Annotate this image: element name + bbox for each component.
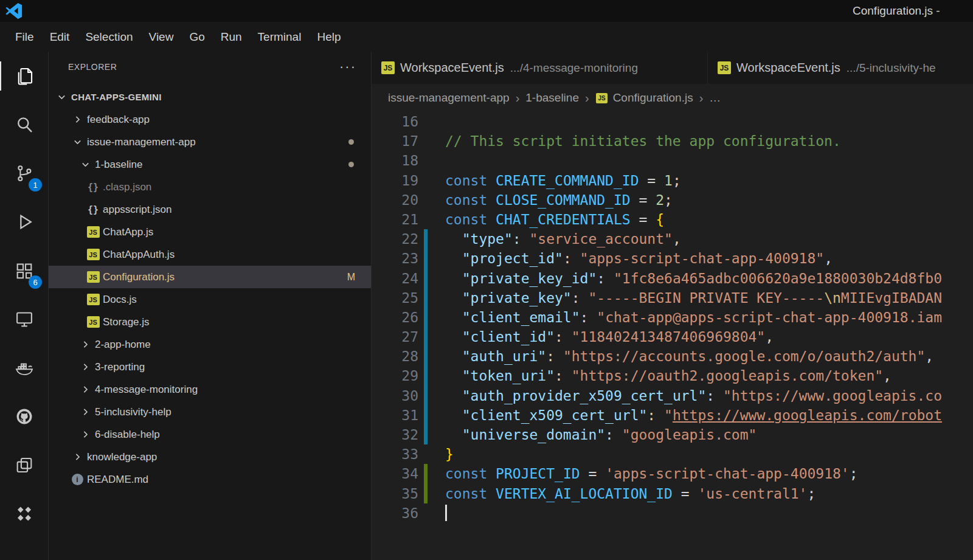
code-token: :	[647, 407, 664, 423]
line-number: 22	[372, 229, 418, 249]
gutter-modified	[424, 425, 428, 444]
text-cursor	[445, 505, 447, 521]
run-debug-icon[interactable]	[0, 198, 48, 246]
code-token: :	[555, 368, 572, 384]
tree-item-label: 4-message-monitoring	[95, 384, 198, 396]
code-token: =	[673, 486, 698, 502]
tree-item-label: README.md	[87, 474, 148, 486]
tree-item-chat-apps-gemini[interactable]: CHAT-APPS-GEMINI	[49, 86, 371, 108]
gutter-modified	[424, 249, 428, 268]
gutter-modified	[424, 327, 428, 347]
search-icon[interactable]	[0, 100, 48, 149]
code-token: ,	[883, 368, 892, 384]
code-token: "private_key_id"	[462, 271, 597, 286]
tree-item-1-baseline[interactable]: 1-baseline	[49, 153, 371, 176]
js-icon: JS	[86, 226, 100, 239]
tree-item-chatapp-js[interactable]: JSChatApp.js	[49, 221, 371, 243]
explorer-icon[interactable]	[0, 52, 48, 100]
gutter-modified	[424, 386, 428, 406]
code-token: 1	[664, 173, 673, 188]
code-line: 24 "private_key_id": "1fc8e6a465adbc0066…	[372, 269, 973, 288]
menu-item-help[interactable]: Help	[309, 30, 348, 44]
menu-item-view[interactable]: View	[141, 30, 182, 44]
menu-item-terminal[interactable]: Terminal	[250, 30, 310, 44]
code-token: :	[513, 231, 530, 247]
source-control-icon[interactable]: 1	[0, 149, 48, 198]
github-icon[interactable]	[0, 392, 48, 441]
extensions-icon[interactable]: 6	[0, 246, 48, 295]
tree-item-knowledge-app[interactable]: knowledge-app	[49, 446, 371, 468]
code-token: MIIEvgIBADAN	[841, 290, 942, 306]
breadcrumb-separator-icon: ›	[516, 91, 520, 105]
tree-item-configuration-js[interactable]: JSConfiguration.jsM	[49, 266, 371, 288]
code-token: :	[580, 309, 597, 325]
line-number: 25	[372, 288, 418, 308]
code-token: "private_key"	[462, 290, 572, 306]
code-line: 16	[372, 112, 973, 131]
activity-bar: 16	[0, 52, 49, 560]
breadcrumb-item-1-baseline[interactable]: 1-baseline	[525, 91, 579, 105]
line-number: 17	[372, 131, 418, 151]
more-actions-icon[interactable]: ···	[339, 64, 356, 70]
breadcrumb-separator-icon: ›	[699, 91, 704, 105]
tree-item-5-inclusivity-help[interactable]: 5-inclusivity-help	[49, 401, 371, 423]
windows-icon[interactable]	[0, 441, 48, 489]
tree-item-feedback-app[interactable]: feedback-app	[49, 108, 371, 131]
tree-item-2-app-home[interactable]: 2-app-home	[49, 333, 371, 356]
tree-item-readme-md[interactable]: iREADME.md	[49, 468, 371, 491]
badge: 6	[29, 275, 42, 289]
code-token: :	[597, 271, 614, 286]
line-number: 16	[372, 112, 418, 131]
tree-item-storage-js[interactable]: JSStorage.js	[49, 311, 371, 333]
js-icon: JS	[718, 61, 731, 75]
diamonds-icon[interactable]	[0, 489, 48, 538]
tab-workspaceevent-js-1[interactable]: JSWorkspaceEvent.js.../4-message-monitor…	[372, 52, 708, 84]
tab-title: WorkspaceEvent.js	[736, 61, 840, 75]
gutter	[424, 151, 428, 170]
code-line: 19const CREATE_COMMAND_ID = 1;	[372, 171, 973, 190]
code-token: ;	[664, 192, 673, 208]
code-text: const CLOSE_COMMAND_ID = 2;	[445, 190, 673, 210]
tree-item-chatappauth-js[interactable]: JSChatAppAuth.js	[49, 243, 371, 266]
menu-item-edit[interactable]: Edit	[42, 30, 78, 44]
docker-icon[interactable]	[0, 344, 48, 392]
tab-workspaceevent-js-2[interactable]: JSWorkspaceEvent.js.../5-inclusivity-he	[708, 52, 973, 84]
chevron-down-icon	[55, 91, 68, 104]
json-icon: {}	[86, 181, 100, 194]
code-token	[445, 388, 462, 404]
explorer-header: EXPLORER ···	[49, 52, 371, 82]
tree-item-label: appsscript.json	[103, 204, 171, 216]
breadcrumb-label: issue-management-app	[388, 91, 510, 105]
tree-item-3-reporting[interactable]: 3-reporting	[49, 356, 371, 378]
breadcrumb-item-issue-management-app[interactable]: issue-management-app	[388, 91, 510, 105]
code-token: "googleapis.com"	[622, 427, 757, 443]
breadcrumb-item-more[interactable]: …	[709, 91, 721, 105]
menu-item-selection[interactable]: Selection	[77, 30, 140, 44]
code-token	[487, 173, 496, 188]
tree-item-clasp-json[interactable]: {}.clasp.json	[49, 176, 371, 198]
code-token	[445, 290, 462, 306]
code-text: "private_key_id": "1fc8e6a465adbc006620a…	[445, 269, 942, 288]
line-number: 35	[372, 484, 418, 503]
remote-explorer-icon[interactable]	[0, 295, 48, 344]
menu-item-go[interactable]: Go	[181, 30, 212, 44]
vscode-window: Configuration.js - FileEditSelectionView…	[0, 0, 973, 560]
menu-item-file[interactable]: File	[7, 30, 42, 44]
code-token	[445, 348, 462, 364]
menu-item-run[interactable]: Run	[213, 30, 250, 44]
tree-item-4-message-monitoring[interactable]: 4-message-monitoring	[49, 378, 371, 401]
code-token: "client_email"	[462, 309, 580, 325]
code-token: CHAT_CREDENTIALS	[496, 212, 631, 227]
chevron-right-icon	[78, 361, 92, 374]
tab-description: .../4-message-monitoring	[510, 61, 638, 75]
code-line: 31 "client_x509_cert_url": "https://www.…	[372, 406, 973, 425]
tree-item-label: Storage.js	[103, 316, 150, 328]
line-number: 33	[372, 444, 418, 464]
tree-item-docs-js[interactable]: JSDocs.js	[49, 288, 371, 311]
code-text: "token_uri": "https://oauth2.googleapis.…	[445, 366, 892, 385]
tree-item-issue-management-app[interactable]: issue-management-app	[49, 131, 371, 153]
tree-item-appsscript-json[interactable]: {}appsscript.json	[49, 198, 371, 221]
breadcrumb-item-configuration-js[interactable]: JSConfiguration.js	[595, 91, 693, 105]
code-area[interactable]: 1617// This script initiates the app con…	[372, 112, 973, 523]
tree-item-6-disable-help[interactable]: 6-disable-help	[49, 423, 371, 446]
